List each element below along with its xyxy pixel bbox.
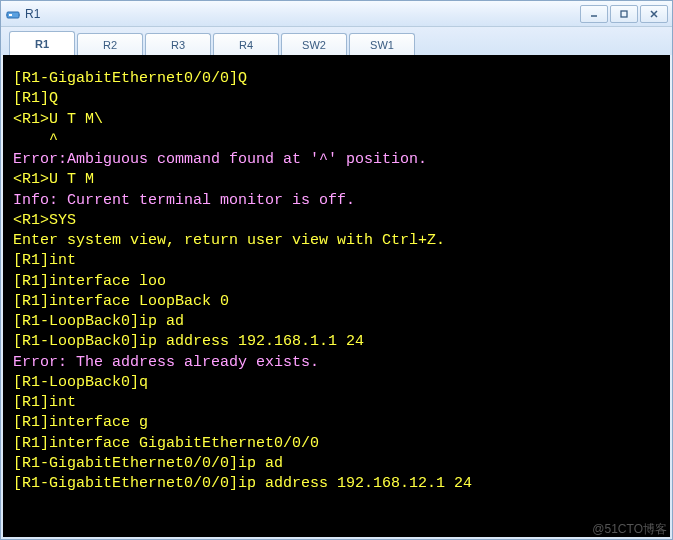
terminal-line: ^ [13,130,660,150]
tab-label: R3 [171,39,185,51]
terminal-line: [R1]interface g [13,413,660,433]
terminal-line: <R1>U T M\ [13,110,660,130]
tab-label: R2 [103,39,117,51]
tab-label: SW1 [370,39,394,51]
tab-label: R4 [239,39,253,51]
tab-bar: R1R2R3R4SW2SW1 [1,27,672,55]
terminal-line: [R1-GigabitEthernet0/0/0]ip ad [13,454,660,474]
terminal-line: [R1-LoopBack0]ip address 192.168.1.1 24 [13,332,660,352]
terminal-line: [R1]int [13,393,660,413]
terminal-line: [R1]Q [13,89,660,109]
app-window: R1 R1R2R3R4SW2SW1 [R1-GigabitEthernet0/0… [0,0,673,540]
terminal-line: [R1]interface loo [13,272,660,292]
window-controls [580,5,668,23]
terminal-line: <R1>U T M [13,170,660,190]
svg-rect-3 [621,11,627,17]
window-title: R1 [25,7,580,21]
tab-sw2[interactable]: SW2 [281,33,347,55]
app-icon [5,6,21,22]
close-button[interactable] [640,5,668,23]
tab-label: SW2 [302,39,326,51]
terminal-line: Info: Current terminal monitor is off. [13,191,660,211]
svg-rect-1 [9,14,12,16]
tab-sw1[interactable]: SW1 [349,33,415,55]
terminal-line: [R1-GigabitEthernet0/0/0]ip address 192.… [13,474,660,494]
terminal-line: Error:Ambiguous command found at '^' pos… [13,150,660,170]
maximize-button[interactable] [610,5,638,23]
tab-r3[interactable]: R3 [145,33,211,55]
tab-label: R1 [35,38,49,50]
tab-r1[interactable]: R1 [9,31,75,55]
terminal-line: [R1]int [13,251,660,271]
terminal-line: [R1]interface GigabitEthernet0/0/0 [13,434,660,454]
terminal-line: [R1]interface LoopBack 0 [13,292,660,312]
svg-rect-0 [7,12,19,18]
tab-r2[interactable]: R2 [77,33,143,55]
terminal-line: Enter system view, return user view with… [13,231,660,251]
terminal-line: Error: The address already exists. [13,353,660,373]
terminal-output[interactable]: [R1-GigabitEthernet0/0/0]Q[R1]Q<R1>U T M… [3,55,670,537]
terminal-line: [R1-LoopBack0]ip ad [13,312,660,332]
watermark-text: @51CTO博客 [592,521,667,538]
terminal-line: [R1-GigabitEthernet0/0/0]Q [13,69,660,89]
terminal-line: [R1-LoopBack0]q [13,373,660,393]
minimize-button[interactable] [580,5,608,23]
titlebar: R1 [1,1,672,27]
tab-r4[interactable]: R4 [213,33,279,55]
terminal-line: <R1>SYS [13,211,660,231]
